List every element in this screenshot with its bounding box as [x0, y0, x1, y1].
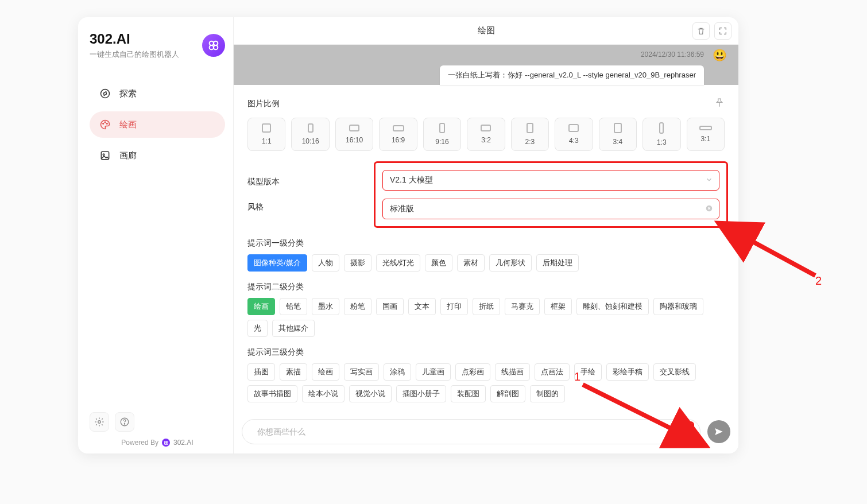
model-style-labels: 模型版本 风格: [247, 169, 362, 220]
tag-cat2-0[interactable]: 绘画: [247, 298, 275, 315]
tag-cat2-2[interactable]: 墨水: [312, 298, 339, 315]
tag-cat3-7[interactable]: 线描画: [495, 363, 530, 381]
svg-point-8: [107, 123, 108, 125]
tag-cat3-17[interactable]: 解剖图: [490, 385, 525, 402]
sidebar-spacer: [90, 169, 225, 410]
ratio-label: 16:10: [346, 136, 363, 144]
tag-cat2-8[interactable]: 马赛克: [505, 298, 540, 315]
sidebar-item-gallery[interactable]: 画廊: [90, 142, 225, 169]
ratio-label: 10:16: [302, 137, 319, 145]
tag-cat2-11[interactable]: 陶器和玻璃: [653, 298, 703, 315]
ratio-3-2[interactable]: 3:2: [467, 118, 505, 151]
expand-icon: [718, 26, 727, 36]
ratio-4-3[interactable]: 4:3: [555, 118, 593, 151]
tag-cat3-18[interactable]: 制图的: [530, 385, 565, 402]
tag-cat3-3[interactable]: 写实画: [344, 363, 379, 381]
ratio-16-9[interactable]: 16:9: [379, 118, 417, 151]
ratio-3-1[interactable]: 3:1: [687, 118, 725, 151]
svg-point-13: [124, 424, 125, 424]
tag-cat3-4[interactable]: 涂鸦: [384, 363, 411, 381]
delete-button[interactable]: [692, 22, 710, 40]
tag-cat3-16[interactable]: 装配图: [451, 385, 486, 402]
powered-logo-icon: [162, 439, 170, 447]
ratio-1-3[interactable]: 1:3: [642, 118, 680, 151]
page-title: 绘图: [478, 25, 495, 36]
adjust-settings-button[interactable]: [678, 428, 690, 438]
tag-cat3-8[interactable]: 点画法: [535, 363, 570, 381]
ratio-2-3[interactable]: 2:3: [511, 118, 549, 151]
ratio-16-10[interactable]: 16:10: [335, 118, 373, 151]
sliders-icon: [678, 425, 690, 436]
cat1-tags: 图像种类/媒介 人物 摄影 光线/灯光 颜色 素材 几何形状 后期处理: [247, 254, 725, 272]
tag-cat2-6[interactable]: 打印: [440, 298, 468, 315]
chevron-down-icon: [705, 176, 713, 185]
history-emoji-icon: 😃: [713, 48, 727, 62]
ratio-3-4[interactable]: 3:4: [599, 118, 637, 151]
settings-button[interactable]: [90, 412, 109, 432]
powered-name: 302.AI: [173, 439, 193, 447]
tag-cat3-5[interactable]: 儿童画: [416, 363, 451, 381]
tag-cat3-15[interactable]: 插图小册子: [396, 385, 446, 402]
tag-cat3-1[interactable]: 素描: [280, 363, 307, 381]
model-version-row: V2.1 大模型: [382, 170, 719, 191]
fullscreen-button[interactable]: [714, 22, 731, 40]
tag-cat3-0[interactable]: 插图: [247, 363, 275, 381]
svg-point-19: [684, 427, 686, 429]
prompt-input[interactable]: [257, 427, 671, 436]
tag-cat1-0[interactable]: 图像种类/媒介: [247, 254, 307, 272]
tag-cat3-11[interactable]: 交叉影线: [653, 363, 696, 381]
svg-marker-5: [104, 92, 107, 96]
palette-icon: [99, 118, 111, 131]
tag-cat2-4[interactable]: 国画: [376, 298, 404, 315]
tag-cat2-3[interactable]: 粉笔: [344, 298, 371, 315]
topbar: 绘图: [234, 17, 738, 45]
main-column: 绘图 2024/12/30 11:36:59 😃 一张白纸上写着：你好 --ge…: [233, 17, 738, 453]
tag-cat2-12[interactable]: 光: [247, 320, 268, 337]
brand-logo-icon: [202, 34, 225, 57]
tag-cat3-14[interactable]: 视觉小说: [349, 385, 392, 402]
svg-point-1: [214, 41, 218, 45]
ratio-9-16[interactable]: 9:16: [423, 118, 461, 151]
tag-cat1-5[interactable]: 素材: [457, 254, 485, 272]
trash-icon: [696, 26, 706, 36]
compass-icon: [99, 87, 111, 100]
ratio-1-1[interactable]: 1:1: [247, 118, 285, 151]
question-icon: [119, 417, 130, 427]
tag-cat3-2[interactable]: 绘画: [312, 363, 339, 381]
tag-cat3-10[interactable]: 彩绘手稿: [606, 363, 649, 381]
pin-icon[interactable]: [714, 98, 725, 110]
tag-cat2-10[interactable]: 雕刻、蚀刻和建模: [576, 298, 649, 315]
tag-cat1-7[interactable]: 后期处理: [536, 254, 579, 272]
tag-cat3-12[interactable]: 故事书插图: [247, 385, 297, 402]
svg-point-21: [686, 432, 687, 434]
tag-cat1-4[interactable]: 颜色: [425, 254, 452, 272]
send-button[interactable]: [707, 420, 730, 443]
sidebar-item-draw[interactable]: 绘画: [90, 111, 225, 138]
ratio-shape-icon: [568, 124, 579, 132]
tag-cat2-1[interactable]: 铅笔: [280, 298, 307, 315]
ratio-shape-icon: [439, 123, 445, 133]
tag-cat2-7[interactable]: 折纸: [473, 298, 500, 315]
tag-cat2-9[interactable]: 框架: [544, 298, 572, 315]
tag-cat3-6[interactable]: 点彩画: [455, 363, 490, 381]
sidebar-nav: 探索 绘画 画廊: [90, 80, 225, 169]
clear-icon[interactable]: [705, 204, 713, 214]
ratio-label: 1:3: [657, 138, 667, 146]
model-version-select[interactable]: V2.1 大模型: [382, 170, 719, 191]
ratio-10-16[interactable]: 10:16: [291, 118, 329, 151]
tag-cat3-13[interactable]: 绘本小说: [302, 385, 345, 402]
tag-cat1-6[interactable]: 几何形状: [489, 254, 532, 272]
tag-cat2-5[interactable]: 文本: [408, 298, 436, 315]
tag-cat1-2[interactable]: 摄影: [344, 254, 371, 272]
sidebar-item-explore[interactable]: 探索: [90, 80, 225, 107]
tag-cat1-1[interactable]: 人物: [312, 254, 339, 272]
history-bubble: 一张白纸上写着：你好 --general_v2.0_L --style gene…: [440, 65, 704, 85]
ratio-label: 2:3: [525, 138, 535, 146]
help-button[interactable]: [115, 412, 134, 432]
tag-cat1-3[interactable]: 光线/灯光: [376, 254, 421, 272]
ratio-label: 3:4: [613, 138, 623, 146]
send-icon: [714, 427, 724, 437]
brand-subtitle: 一键生成自己的绘图机器人: [90, 49, 179, 60]
style-select[interactable]: 标准版: [382, 199, 719, 219]
tag-cat2-13[interactable]: 其他媒介: [272, 320, 315, 337]
